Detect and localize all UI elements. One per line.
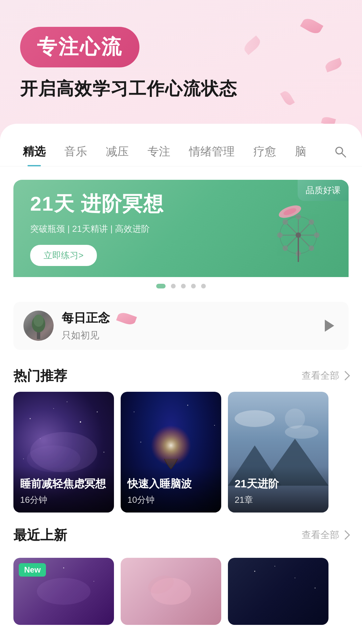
hot-item-3-overlay: 21天进阶 21章	[228, 467, 328, 513]
banner-dot-4[interactable]	[191, 284, 196, 288]
banner-text: 21天 进阶冥想 突破瓶颈 | 21天精讲 | 高效进阶 立即练习>	[30, 191, 251, 266]
hot-recommendations-grid: 睡前减轻焦虑冥想 16分钟	[0, 392, 362, 513]
hot-item-1-overlay: 睡前减轻焦虑冥想 16分钟	[13, 467, 114, 513]
recent-item-1[interactable]: New	[13, 558, 114, 625]
svg-point-15	[277, 232, 283, 238]
tree-icon	[23, 311, 54, 341]
svg-point-12	[309, 246, 314, 251]
daily-title: 每日正念	[62, 310, 310, 326]
banner-dot-3[interactable]	[181, 284, 186, 288]
bottom-spacer	[0, 625, 362, 644]
hero-section: 专注心流 开启高效学习工作心流状态	[0, 0, 362, 114]
tab-music[interactable]: 音乐	[55, 137, 97, 166]
svg-point-44	[94, 581, 94, 582]
svg-point-14	[283, 246, 288, 251]
hot-item-2-title: 快速入睡脑波	[127, 477, 215, 491]
svg-point-24	[80, 421, 81, 423]
banner-dot-2[interactable]	[171, 284, 176, 288]
play-button[interactable]	[318, 316, 339, 336]
recent-section-title: 最近上新	[13, 526, 67, 544]
hot-item-1-image: 睡前减轻焦虑冥想 16分钟	[13, 392, 114, 513]
svg-point-35	[140, 441, 141, 442]
tab-navigation: 精选 音乐 减压 专注 情绪管理 疗愈 脑	[0, 137, 362, 166]
svg-point-49	[295, 578, 295, 578]
svg-point-43	[63, 567, 64, 568]
svg-point-45	[37, 578, 90, 605]
svg-point-27	[67, 401, 67, 402]
banner-description: 突破瓶颈 | 21天精讲 | 高效进阶	[30, 223, 251, 235]
recent-item-3-image	[228, 558, 328, 625]
svg-point-10	[309, 219, 314, 225]
svg-point-22	[30, 418, 31, 419]
svg-point-11	[314, 232, 319, 238]
banner: 品质好课 21天 进阶冥想 突破瓶颈 | 21天精讲 | 高效进阶 立即练习>	[13, 180, 349, 277]
hot-item-3[interactable]: 21天进阶 21章	[228, 392, 328, 513]
search-button[interactable]	[332, 143, 349, 160]
hot-item-1-meta: 16分钟	[20, 494, 107, 506]
new-badge: New	[19, 563, 46, 577]
svg-point-23	[53, 408, 54, 409]
recent-chevron-right-icon	[341, 530, 350, 540]
tab-brain[interactable]: 脑	[286, 137, 316, 166]
banner-container: 品质好课 21天 进阶冥想 突破瓶颈 | 21天精讲 | 高效进阶 立即练习>	[13, 180, 349, 292]
svg-point-50	[275, 566, 275, 567]
daily-avatar-image	[23, 311, 54, 341]
main-card: 精选 音乐 减压 专注 情绪管理 疗愈 脑 品质好课	[0, 124, 362, 644]
hot-item-2[interactable]: 快速入睡脑波 10分钟	[121, 392, 221, 513]
svg-point-16	[283, 219, 288, 225]
daily-mindfulness-card[interactable]: 每日正念 只如初见	[13, 302, 349, 350]
svg-point-48	[254, 571, 255, 572]
tab-emotion[interactable]: 情绪管理	[180, 137, 244, 166]
tab-zhuanzhu[interactable]: 专注	[138, 137, 180, 166]
svg-point-9	[296, 214, 301, 219]
tab-jingxuan[interactable]: 精选	[13, 137, 55, 166]
banner-title: 21天 进阶冥想	[30, 191, 251, 218]
daily-info: 每日正念 只如初见	[62, 310, 310, 342]
banner-cta-button[interactable]: 立即练习>	[30, 245, 97, 266]
svg-point-37	[235, 410, 275, 427]
svg-point-28	[23, 459, 24, 459]
banner-spinner-art	[258, 192, 325, 265]
chevron-right-icon	[341, 371, 350, 380]
hot-item-3-title: 21天进阶	[235, 477, 322, 491]
svg-point-51	[315, 587, 316, 588]
hot-section-more[interactable]: 查看全部	[302, 369, 349, 382]
tab-jianya[interactable]: 减压	[97, 137, 138, 166]
banner-pagination	[13, 277, 349, 292]
banner-dot-1[interactable]	[156, 284, 166, 288]
recent-item-3-art	[228, 558, 328, 625]
svg-point-34	[214, 425, 215, 426]
recent-new-grid: New	[0, 551, 362, 625]
svg-point-38	[285, 425, 318, 439]
hero-subtitle: 开启高效学习工作心流状态	[20, 77, 342, 100]
svg-point-26	[97, 411, 98, 412]
banner-dot-5[interactable]	[201, 284, 206, 288]
banner-image	[251, 188, 332, 269]
hot-item-1[interactable]: 睡前减轻焦虑冥想 16分钟	[13, 392, 114, 513]
hot-item-3-image: 21天进阶 21章	[228, 392, 328, 513]
recent-item-2-image	[121, 558, 221, 625]
hot-item-3-meta: 21章	[235, 494, 322, 506]
svg-point-33	[187, 405, 188, 406]
hot-item-2-image: 快速入睡脑波 10分钟	[121, 392, 221, 513]
petal-inline-decoration	[116, 311, 137, 327]
hot-section-header: 热门推荐 查看全部	[0, 360, 362, 392]
tab-heal[interactable]: 疗愈	[244, 137, 286, 166]
hot-item-2-meta: 10分钟	[127, 494, 215, 506]
recent-item-2[interactable]	[121, 558, 221, 625]
recent-section-more[interactable]: 查看全部	[302, 529, 349, 541]
hot-section-title: 热门推荐	[13, 367, 67, 385]
daily-avatar	[23, 311, 54, 341]
recent-item-3[interactable]	[228, 558, 328, 625]
daily-subtitle: 只如初见	[62, 329, 310, 342]
hero-badge: 专注心流	[20, 27, 139, 67]
hot-item-2-overlay: 快速入睡脑波 10分钟	[121, 467, 221, 513]
svg-point-41	[285, 409, 305, 429]
svg-point-21	[34, 315, 44, 327]
svg-point-32	[134, 412, 134, 412]
recent-item-2-art	[121, 558, 221, 625]
svg-point-29	[104, 451, 105, 452]
hot-item-1-title: 睡前减轻焦虑冥想	[20, 477, 107, 491]
svg-line-1	[342, 153, 346, 157]
play-icon	[325, 320, 334, 332]
